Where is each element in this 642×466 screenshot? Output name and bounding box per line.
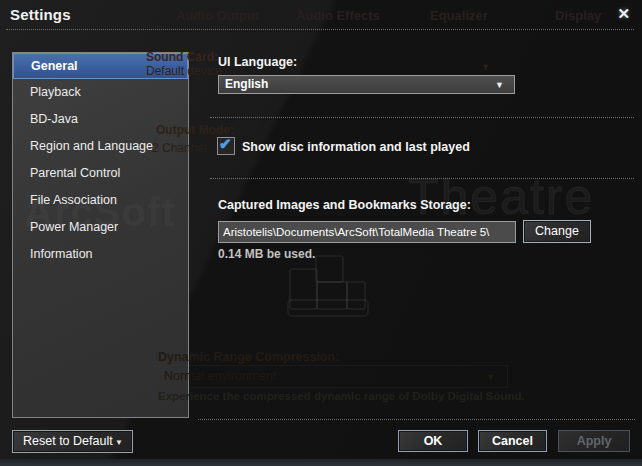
- bottom-edge-strip: [0, 459, 642, 466]
- ui-language-dropdown[interactable]: English ▼: [218, 75, 515, 94]
- disc-info-checkbox[interactable]: ✔: [217, 137, 235, 155]
- checkmark-icon: ✔: [219, 135, 232, 153]
- close-icon[interactable]: ✕: [617, 5, 630, 23]
- settings-dialog: Audio Output Audio Effects Equalizer Dis…: [0, 0, 642, 466]
- change-button[interactable]: Change: [523, 220, 591, 243]
- ui-language-label: UI Language:: [218, 55, 297, 69]
- reset-to-default-button[interactable]: Reset to Default ▼: [12, 430, 133, 453]
- cancel-button[interactable]: Cancel: [478, 430, 547, 452]
- ui-language-selected-value: English: [225, 76, 268, 93]
- disc-info-label: Show disc information and last played: [242, 140, 470, 154]
- storage-label: Captured Images and Bookmarks Storage:: [218, 198, 471, 212]
- general-settings-panel: UI Language: English ▼ ✔ Show disc infor…: [0, 0, 642, 466]
- storage-path-input[interactable]: Aristotelis\Documents\ArcSoft\TotalMedia…: [218, 221, 516, 243]
- storage-usage-text: 0.14 MB be used.: [218, 247, 315, 261]
- apply-button-disabled: Apply: [558, 430, 630, 452]
- reset-to-default-label: Reset to Default: [23, 434, 113, 448]
- section-separator: [210, 117, 634, 118]
- footer-separator: [198, 419, 635, 420]
- section-separator: [210, 178, 634, 179]
- dialog-title: Settings: [10, 6, 71, 23]
- chevron-down-icon: ▼: [115, 432, 123, 453]
- chevron-down-icon: ▼: [495, 80, 504, 90]
- ok-button[interactable]: OK: [398, 430, 468, 452]
